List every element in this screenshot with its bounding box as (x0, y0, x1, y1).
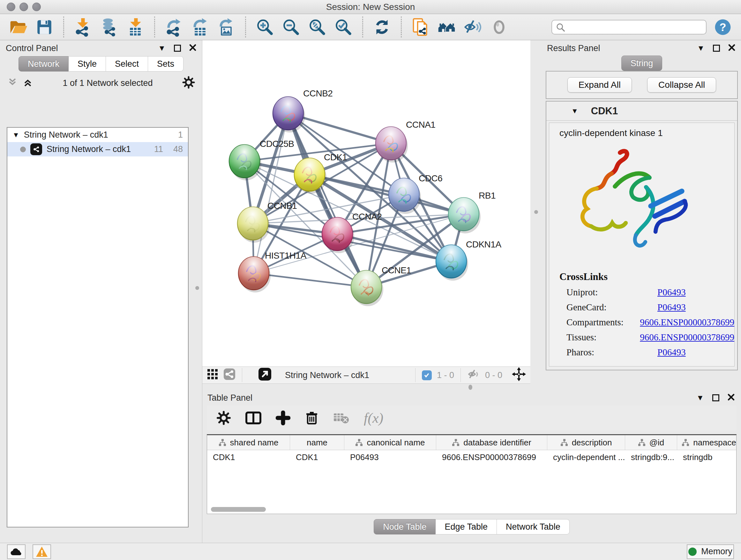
column-header-name[interactable]: name (290, 435, 344, 450)
add-column-icon[interactable] (276, 411, 290, 425)
search-input[interactable] (551, 20, 706, 35)
column-header-namespace[interactable]: namespace (677, 435, 737, 450)
tab-sets[interactable]: Sets (148, 56, 184, 71)
help-icon[interactable]: ? (713, 17, 733, 37)
tab-network-table[interactable]: Network Table (497, 519, 569, 535)
tab-select[interactable]: Select (106, 56, 148, 71)
toolbar-separator (415, 368, 415, 382)
panel-collapse-icon[interactable]: ▼ (696, 394, 704, 401)
function-builder-icon[interactable]: f(x) (364, 410, 383, 426)
hierarchy-icon (452, 439, 460, 446)
panel-float-icon[interactable] (712, 394, 719, 401)
network-node-CDC25B[interactable] (229, 145, 261, 180)
panel-float-icon[interactable] (174, 45, 181, 52)
zoom-out-icon[interactable] (281, 17, 301, 37)
import-network-file-icon[interactable] (73, 17, 93, 37)
panel-close-icon[interactable] (728, 394, 735, 402)
show-columns-icon[interactable] (245, 411, 262, 425)
network-node-CCNA2[interactable] (322, 217, 354, 253)
horizontal-scrollbar[interactable] (211, 507, 266, 512)
left-splitter-handle[interactable] (195, 286, 199, 290)
crosslink-link[interactable]: P06493 (657, 347, 686, 358)
network-row[interactable]: String Network – cdk1 11 48 (7, 142, 188, 157)
warning-icon[interactable] (32, 544, 51, 559)
traffic-light-minimize-button[interactable] (19, 3, 28, 11)
entry-collapse-icon[interactable]: ▼ (571, 107, 578, 115)
expand-all-button[interactable]: Expand All (567, 77, 632, 92)
open-session-icon[interactable] (8, 17, 28, 37)
panel-float-icon[interactable] (713, 45, 720, 52)
column-header-shared-name[interactable]: shared name (207, 435, 290, 450)
traffic-light-close-button[interactable] (7, 3, 15, 11)
network-edge-CCNB2-HIST1H1A[interactable] (254, 113, 288, 273)
table-cell: CDK1 (207, 450, 290, 464)
delete-table-icon[interactable] (333, 412, 350, 424)
crosslink-link[interactable]: 9606.ENSP00000378699 (640, 317, 734, 327)
network-canvas[interactable]: CCNB2CCNA1CDC25BCDK1CDC6RB1CCNB1CCNA2CDK… (202, 40, 530, 367)
export-table-icon[interactable] (190, 17, 210, 37)
network-node-CCNA1[interactable] (376, 127, 408, 163)
traffic-light-zoom-button[interactable] (32, 3, 41, 11)
show-graphics-icon[interactable] (489, 17, 509, 37)
panel-collapse-icon[interactable]: ▼ (697, 44, 704, 52)
import-table-icon[interactable] (125, 17, 145, 37)
birdseye-view-icon[interactable] (258, 368, 272, 383)
collapse-all-button[interactable]: Collapse All (647, 77, 716, 92)
tab-node-table[interactable]: Node Table (374, 519, 435, 535)
network-share-icon[interactable] (223, 368, 235, 382)
table-gear-icon[interactable] (216, 411, 231, 425)
crosslink-link[interactable]: P06493 (657, 302, 686, 313)
save-session-icon[interactable] (35, 17, 54, 37)
network-node-CCNE1[interactable] (351, 270, 383, 306)
gene-name: CDK1 (591, 105, 618, 117)
delete-column-icon[interactable] (305, 411, 319, 425)
bottom-splitter-handle[interactable] (468, 385, 472, 390)
zoom-in-icon[interactable] (255, 17, 275, 37)
grid-view-icon[interactable] (207, 368, 218, 382)
tab-style[interactable]: Style (69, 56, 106, 71)
hide-graphics-icon[interactable] (463, 17, 483, 37)
selected-nodes-checkbox[interactable] (422, 370, 432, 380)
expand-all-tree-icon[interactable] (22, 77, 33, 89)
export-image-icon[interactable] (216, 17, 236, 37)
export-network-icon[interactable] (164, 17, 184, 37)
tab-string[interactable]: String (621, 56, 663, 71)
table-cell: P06493 (344, 450, 436, 464)
collection-count: 1 (178, 130, 183, 140)
memory-button[interactable]: Memory (687, 544, 734, 559)
panel-close-icon[interactable] (728, 44, 735, 52)
collapse-all-tree-icon[interactable] (7, 77, 18, 89)
gene-entry-header[interactable]: ▼ CDK1 (546, 102, 737, 121)
column-header-@id[interactable]: @id (625, 435, 677, 450)
column-header-database-identifier[interactable]: database identifier (436, 435, 547, 450)
houses-icon[interactable] (437, 17, 457, 37)
refresh-icon[interactable] (372, 17, 392, 37)
column-header-description[interactable]: description (547, 435, 625, 450)
crosslink-link[interactable]: P06493 (657, 287, 686, 298)
network-node-HIST1H1A[interactable] (239, 257, 271, 293)
crosslink-link[interactable]: 9606.ENSP00000378699 (640, 332, 734, 343)
panel-close-icon[interactable] (189, 44, 196, 52)
network-collection-row[interactable]: ▼ String Network – cdk1 1 (7, 128, 188, 142)
right-splitter-handle[interactable] (534, 210, 538, 214)
hidden-eye-icon[interactable] (467, 368, 480, 383)
network-node-CDKN1A[interactable] (436, 245, 468, 281)
column-header-canonical-name[interactable]: canonical name (344, 435, 436, 450)
gear-icon[interactable] (182, 76, 195, 90)
tree-expand-icon[interactable]: ▼ (12, 131, 19, 139)
zoom-fit-icon[interactable] (307, 17, 327, 37)
tab-network[interactable]: Network (18, 56, 69, 71)
table-row[interactable]: CDK1CDK1P064939606.ENSP00000378699cyclin… (207, 450, 736, 464)
navigator-icon[interactable] (512, 367, 526, 383)
gene-description: cyclin-dependent kinase 1 (559, 128, 734, 138)
pages-network-icon[interactable] (411, 17, 430, 37)
cloud-icon[interactable] (7, 544, 25, 559)
network-node-RB1[interactable] (448, 198, 481, 233)
import-network-database-icon[interactable] (99, 17, 119, 37)
network-node-CCNB2[interactable] (273, 97, 305, 132)
network-node-CDK1[interactable] (294, 158, 327, 194)
zoom-selected-icon[interactable] (333, 17, 353, 37)
panel-collapse-icon[interactable]: ▼ (158, 44, 165, 52)
tab-edge-table[interactable]: Edge Table (435, 519, 497, 535)
network-edge-CCNB2-CCNE1[interactable] (288, 113, 366, 287)
